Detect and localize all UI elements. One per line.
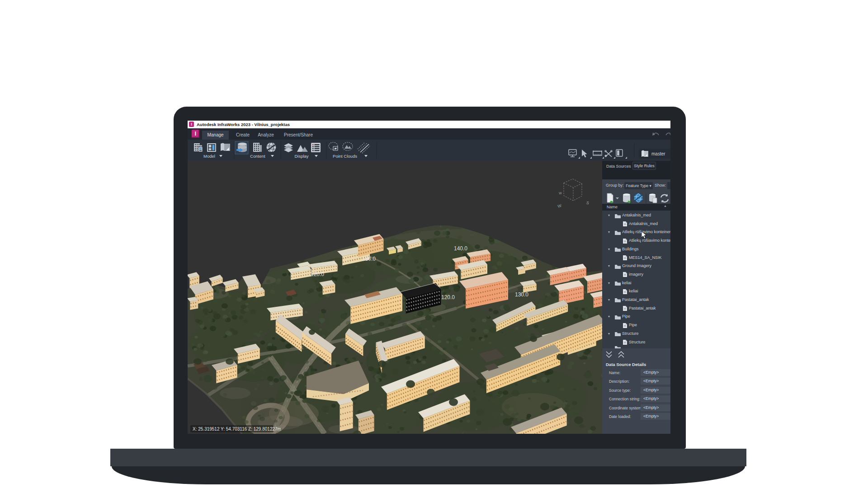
- svg-text:140.0: 140.0: [454, 245, 467, 252]
- svg-text:Model: Model: [203, 154, 215, 159]
- svg-text:130.0: 130.0: [515, 291, 528, 298]
- svg-text:Display: Display: [294, 154, 308, 159]
- svg-text:Content: Content: [250, 154, 265, 159]
- svg-text:120.0: 120.0: [311, 271, 324, 277]
- svg-text:W: W: [559, 192, 562, 195]
- svg-text:master: master: [651, 151, 665, 156]
- svg-text:X: 25.319512 Y: 54.703116 Z: 1: X: 25.319512 Y: 54.703116 Z: 129.801227m: [193, 427, 281, 432]
- svg-text:130.0: 130.0: [362, 256, 376, 262]
- svg-text:120.0: 120.0: [441, 294, 455, 300]
- svg-text:Point Clouds: Point Clouds: [333, 154, 357, 159]
